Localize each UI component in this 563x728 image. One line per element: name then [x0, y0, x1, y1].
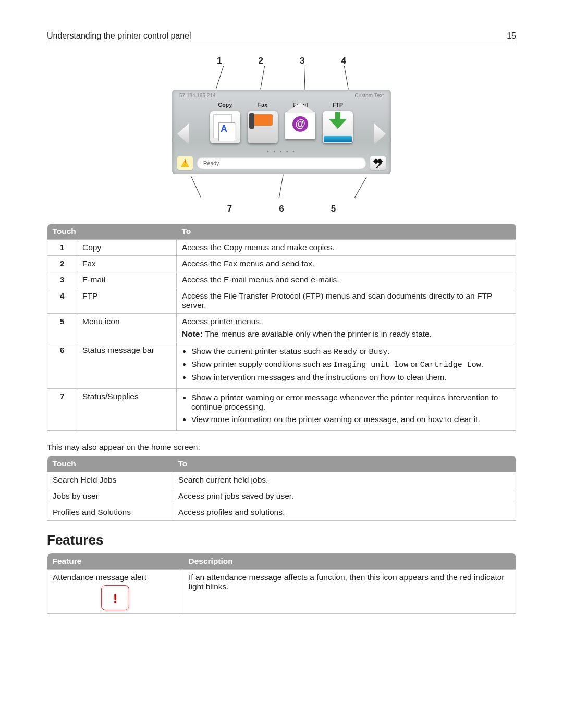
copy-icon	[210, 111, 240, 143]
col-to: To	[177, 224, 516, 240]
warning-icon	[181, 159, 189, 167]
menu-button[interactable]	[370, 156, 386, 170]
table-row: 5Menu icon Access printer menus.Note: Th…	[47, 314, 516, 342]
touch-table: Touch To 1CopyAccess the Copy menus and …	[47, 224, 516, 431]
custom-text-label: Custom Text	[355, 93, 384, 98]
page-number: 15	[507, 31, 516, 41]
table-row: 1CopyAccess the Copy menus and make copi…	[47, 240, 516, 256]
table-row: 2FaxAccess the Fax menus and send fax.	[47, 256, 516, 272]
table-row: 7Status/Supplies Show a printer warning …	[47, 389, 516, 431]
email-icon: @	[285, 112, 315, 144]
attendance-alert-icon: !	[103, 587, 127, 608]
feature-name: Attendance message alert	[53, 573, 178, 582]
col-to-2: To	[173, 456, 516, 472]
col-touch-2: Touch	[47, 456, 173, 472]
callout-7: 7	[227, 204, 232, 214]
printer-touchscreen: 57.184.195.214 Custom Text Copy Fax Emai…	[172, 90, 391, 174]
table-row: 3E-mailAccess the E-mail menus and send …	[47, 272, 516, 288]
callout-3: 3	[300, 56, 304, 66]
section-title: Understanding the printer control panel	[47, 31, 191, 41]
email-app[interactable]: Email @	[285, 102, 315, 144]
features-table: Feature Description Attendance message a…	[47, 553, 516, 614]
features-heading: Features	[47, 532, 516, 548]
callout-4: 4	[341, 56, 346, 66]
ftp-app[interactable]: FTP	[323, 102, 353, 144]
panel-diagram: 1 2 3 4 57.184.195.214 Custom Text Copy …	[172, 56, 391, 214]
ip-address: 57.184.195.214	[179, 93, 216, 98]
fax-app[interactable]: Fax	[248, 102, 278, 144]
fax-icon	[248, 111, 278, 143]
table-row: Attendance message alert ! If an attenda…	[47, 570, 516, 614]
nav-right-icon[interactable]	[374, 124, 386, 144]
table-row: Search Held JobsSearch current held jobs…	[47, 472, 516, 488]
col-description: Description	[183, 553, 516, 570]
col-touch: Touch	[47, 224, 177, 240]
page-dots: • • • • •	[177, 149, 386, 154]
table-row: 6Status message bar Show the current pri…	[47, 342, 516, 389]
status-supplies-button[interactable]	[177, 156, 193, 170]
nav-left-icon[interactable]	[177, 124, 189, 144]
wrench-icon	[373, 158, 383, 168]
table-row: 4FTPAccess the File Transfer Protocol (F…	[47, 288, 516, 314]
callout-2: 2	[259, 56, 263, 66]
table-row: Jobs by userAccess print jobs saved by u…	[47, 488, 516, 504]
callout-1: 1	[217, 56, 222, 66]
mid-paragraph: This may also appear on the home screen:	[47, 442, 516, 452]
callout-6: 6	[279, 204, 284, 214]
copy-app[interactable]: Copy	[210, 102, 240, 144]
feature-desc: If an attendance message affects a funct…	[183, 570, 516, 614]
page-header: Understanding the printer control panel …	[47, 31, 516, 43]
table-row: Profiles and SolutionsAccess profiles an…	[47, 504, 516, 521]
ftp-icon	[323, 111, 353, 143]
home-extras-table: Touch To Search Held JobsSearch current …	[47, 456, 516, 521]
col-feature: Feature	[47, 553, 183, 570]
status-message-bar[interactable]: Ready.	[197, 157, 366, 169]
callout-5: 5	[331, 204, 336, 214]
